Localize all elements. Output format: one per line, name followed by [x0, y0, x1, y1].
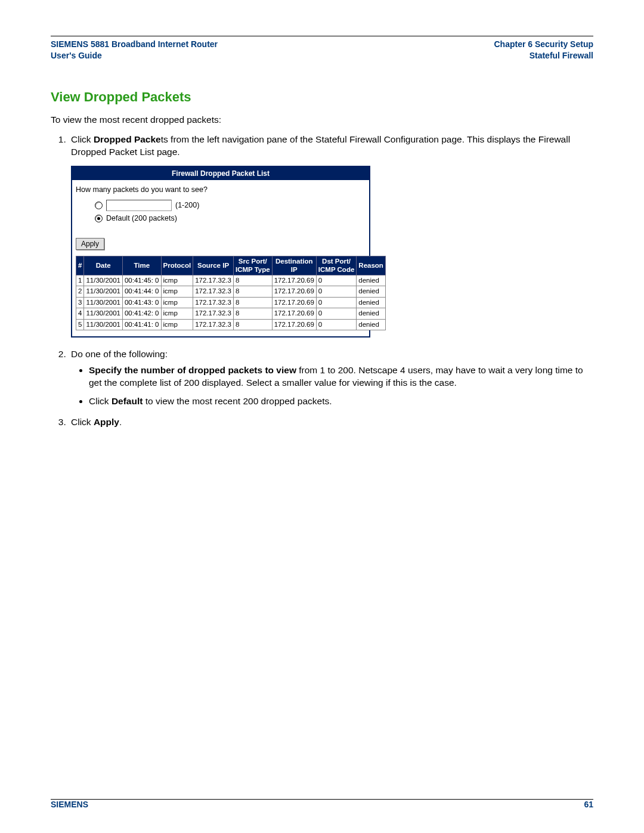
table-cell: 00:41:41: 0 — [122, 319, 161, 330]
table-cell: 11/30/2001 — [84, 308, 123, 320]
section-heading: View Dropped Packets — [51, 88, 593, 106]
table-cell: 8 — [233, 308, 272, 320]
intro-text: To view the most recent dropped packets: — [51, 114, 593, 126]
th-protocol: Protocol — [161, 256, 193, 275]
th-dest-ip: Destination IP — [272, 256, 316, 275]
panel-prompt: How many packets do you want to see? — [76, 185, 366, 195]
table-cell: 11/30/2001 — [84, 286, 123, 298]
table-cell: 3 — [76, 297, 84, 308]
table-cell: 00:41:44: 0 — [122, 286, 161, 298]
step3-bold: Apply — [94, 417, 119, 427]
rule-top — [51, 36, 593, 36]
table-cell: denied — [357, 297, 386, 308]
th-reason: Reason — [357, 256, 386, 275]
table-header-row: # Date Time Protocol Source IP Src Port/… — [76, 256, 386, 275]
step3-a: Click — [71, 417, 94, 427]
radio-default[interactable] — [95, 215, 103, 222]
step2-b2-a: Click — [89, 396, 112, 406]
step2-b2-b: to view the most recent 200 dropped pack… — [143, 396, 332, 406]
step3-b: . — [119, 417, 122, 427]
table-cell: 0 — [316, 275, 357, 286]
header-product: SIEMENS 5881 Broadband Internet Router — [51, 39, 218, 50]
table-cell: 11/30/2001 — [84, 319, 123, 330]
table-cell: 172.17.20.69 — [272, 275, 316, 286]
table-cell: 8 — [233, 319, 272, 330]
table-cell: 0 — [316, 286, 357, 298]
table-cell: denied — [357, 308, 386, 320]
radio-default-row: Default (200 packets) — [95, 213, 366, 224]
table-cell: icmp — [161, 286, 193, 298]
table-row: 111/30/200100:41:45: 0icmp172.17.32.3817… — [76, 275, 386, 286]
th-num: # — [76, 256, 84, 275]
footer-page-number: 61 — [584, 800, 593, 809]
table-cell: icmp — [161, 319, 193, 330]
th-src-port: Src Port/ ICMP Type — [233, 256, 272, 275]
radio-default-label: Default (200 packets) — [106, 213, 177, 224]
range-hint: (1-200) — [175, 200, 199, 210]
table-cell: icmp — [161, 297, 193, 308]
table-cell: 172.17.32.3 — [193, 319, 234, 330]
table-cell: denied — [357, 275, 386, 286]
table-row: 311/30/200100:41:43: 0icmp172.17.32.3817… — [76, 297, 386, 308]
packet-table: # Date Time Protocol Source IP Src Port/… — [76, 256, 386, 330]
table-cell: 172.17.32.3 — [193, 297, 234, 308]
apply-button[interactable]: Apply — [76, 238, 104, 250]
table-cell: 172.17.32.3 — [193, 286, 234, 298]
step2-b2-bold: Default — [112, 396, 143, 406]
th-time: Time — [122, 256, 161, 275]
table-cell: 0 — [316, 319, 357, 330]
table-cell: 172.17.20.69 — [272, 319, 316, 330]
table-cell: denied — [357, 319, 386, 330]
table-cell: 11/30/2001 — [84, 275, 123, 286]
step-2: Do one of the following: Specify the num… — [69, 348, 593, 408]
table-cell: denied — [357, 286, 386, 298]
header-chapter: Chapter 6 Security Setup — [494, 39, 594, 50]
table-cell: 172.17.32.3 — [193, 275, 234, 286]
radio-custom[interactable] — [95, 202, 103, 209]
step2-intro: Do one of the following: — [71, 349, 168, 359]
table-cell: 172.17.20.69 — [272, 297, 316, 308]
table-cell: 8 — [233, 275, 272, 286]
step1-bold: Dropped Packe — [94, 134, 161, 144]
panel-title: Firewall Dropped Packet List — [72, 167, 369, 180]
footer-brand: SIEMENS — [51, 800, 88, 809]
table-cell: 0 — [316, 308, 357, 320]
running-header: SIEMENS 5881 Broadband Internet Router U… — [51, 39, 593, 61]
page-footer: SIEMENS 61 — [51, 797, 593, 809]
step1-text-a: Click — [71, 134, 94, 144]
step-1: Click Dropped Packets from the left navi… — [69, 134, 593, 337]
step-3: Click Apply. — [69, 416, 593, 429]
table-row: 411/30/200100:41:42: 0icmp172.17.32.3817… — [76, 308, 386, 320]
table-cell: 172.17.20.69 — [272, 286, 316, 298]
table-cell: 8 — [233, 297, 272, 308]
table-cell: 00:41:45: 0 — [122, 275, 161, 286]
header-guide: User's Guide — [51, 50, 218, 61]
step2-b1-bold: Specify the number of dropped packets to… — [89, 365, 296, 375]
header-section: Stateful Firewall — [494, 50, 594, 61]
packet-count-input[interactable] — [106, 200, 172, 211]
table-cell: 0 — [316, 297, 357, 308]
dropped-packets-panel: Firewall Dropped Packet List How many pa… — [71, 166, 370, 337]
table-cell: icmp — [161, 308, 193, 320]
step2-bullet-2: Click Default to view the most recent 20… — [89, 395, 593, 408]
step2-bullet-1: Specify the number of dropped packets to… — [89, 364, 593, 389]
table-cell: 00:41:42: 0 — [122, 308, 161, 320]
table-row: 211/30/200100:41:44: 0icmp172.17.32.3817… — [76, 286, 386, 298]
th-dst-port: Dst Port/ ICMP Code — [316, 256, 357, 275]
table-cell: 172.17.20.69 — [272, 308, 316, 320]
table-cell: 5 — [76, 319, 84, 330]
table-row: 511/30/200100:41:41: 0icmp172.17.32.3817… — [76, 319, 386, 330]
th-date: Date — [84, 256, 123, 275]
table-cell: icmp — [161, 275, 193, 286]
table-cell: 4 — [76, 308, 84, 320]
table-cell: 2 — [76, 286, 84, 298]
radio-custom-row: (1-200) — [95, 200, 366, 211]
table-cell: 1 — [76, 275, 84, 286]
th-source-ip: Source IP — [193, 256, 234, 275]
table-cell: 00:41:43: 0 — [122, 297, 161, 308]
table-cell: 172.17.32.3 — [193, 308, 234, 320]
table-cell: 11/30/2001 — [84, 297, 123, 308]
table-cell: 8 — [233, 286, 272, 298]
